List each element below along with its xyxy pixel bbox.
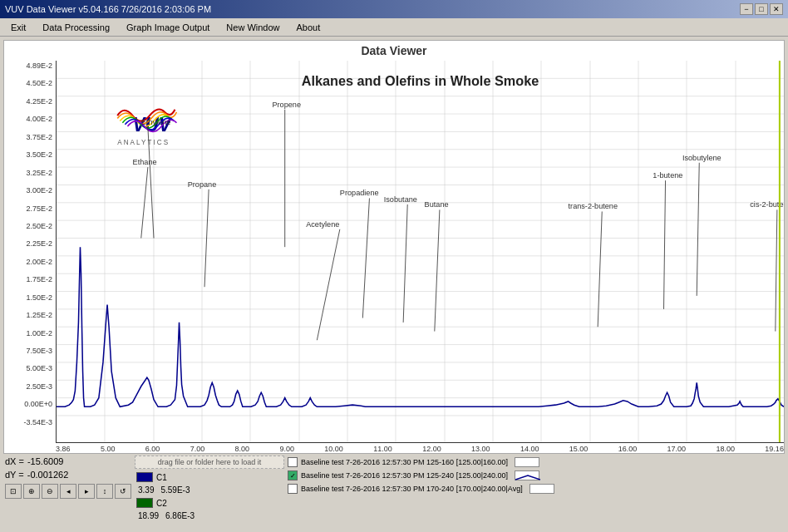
svg-line-55: [664, 180, 666, 309]
c1-label: C1: [156, 473, 167, 482]
title-text: VUV Data Viewer v5.04.166 7/26/2016 2:03…: [5, 4, 211, 14]
svg-text:Butane: Butane: [425, 200, 449, 209]
y-axis: 4.89E-24.50E-24.25E-24.00E-23.75E-23.50E…: [4, 61, 56, 443]
svg-line-47: [317, 229, 339, 340]
c2-color: [136, 498, 153, 508]
x-axis-label: 5.00: [101, 445, 116, 453]
menu-bar: Exit Data Processing Graph Image Output …: [0, 18, 788, 37]
svg-text:Alkanes and Olefins in Whole S: Alkanes and Olefins in Whole Smoke: [302, 73, 539, 89]
channel-c1-row: C1: [135, 470, 284, 484]
x-axis-label: 13.00: [471, 445, 490, 453]
baseline-item-3: Baseline test 7-26-2016 12:57:30 PM 170-…: [288, 482, 783, 495]
zoom-out-button[interactable]: ⊖: [42, 484, 58, 499]
y-axis-label: 0.00E+0: [24, 401, 52, 408]
y-axis-label: 1.00E-2: [26, 330, 52, 337]
y-axis-label: 5.00E-3: [26, 365, 52, 372]
x-axis-label: 6.00: [145, 445, 160, 453]
c2-val1: 18.99: [138, 511, 159, 520]
channel-area: drag file or folder here to load it C1 3…: [135, 456, 284, 527]
zoom-fit-button[interactable]: ⊡: [5, 484, 22, 499]
y-axis-label: 1.50E-2: [26, 294, 52, 302]
x-axis-label: 12.00: [422, 445, 441, 453]
main-area: Data Viewer 4.89E-24.50E-24.25E-24.00E-2…: [0, 37, 788, 532]
y-axis-label: 7.50E-3: [26, 347, 52, 355]
y-axis-label: 3.75E-2: [26, 134, 52, 141]
title-bar-buttons: − □ ✕: [740, 3, 783, 15]
menu-graph-image-output[interactable]: Graph Image Output: [119, 20, 217, 35]
autoscale-button[interactable]: ↕: [96, 484, 113, 499]
svg-text:Acetylene: Acetylene: [306, 219, 339, 228]
svg-line-53: [598, 211, 602, 327]
pan-left-button[interactable]: ◂: [60, 484, 76, 499]
dx-label: dX =: [5, 456, 24, 466]
y-axis-label: 1.25E-2: [26, 312, 52, 319]
y-axis-label: 3.00E-2: [26, 187, 52, 195]
baseline-check-1[interactable]: [288, 457, 298, 467]
c1-val1: 3.39: [138, 485, 154, 495]
maximize-button[interactable]: □: [755, 3, 768, 15]
y-axis-label: 4.25E-2: [26, 98, 52, 106]
svg-text:Isobutane: Isobutane: [384, 195, 417, 204]
c2-val2: 6.86E-3: [165, 511, 195, 520]
y-axis-label: 1.75E-2: [26, 276, 52, 283]
bottom-panel: dX = -15.6009 dY = -0.001262 ⊡ ⊕ ⊖ ◂ ▸ ↕…: [3, 454, 785, 529]
x-axis-label: 18.00: [716, 445, 735, 453]
plot-area[interactable]: Alkanes and Olefins in Whole Smoke VUV A…: [56, 61, 784, 443]
svg-text:Propene: Propene: [272, 100, 301, 108]
svg-line-45: [362, 198, 369, 318]
baseline-text-3: Baseline test 7-26-2016 12:57:30 PM 170-…: [301, 485, 523, 493]
svg-line-59: [776, 209, 777, 331]
menu-about[interactable]: About: [289, 20, 328, 35]
baseline-text-1: Baseline test 7-26-2016 12:57:30 PM 125-…: [301, 458, 508, 466]
dy-row: dY = -0.001262: [5, 469, 131, 480]
channel-c2-row: C2: [135, 496, 284, 510]
baseline-item-1: Baseline test 7-26-2016 12:57:30 PM 125-…: [288, 456, 783, 469]
chart-svg: Alkanes and Olefins in Whole Smoke VUV A…: [57, 61, 784, 442]
menu-new-window[interactable]: New Window: [219, 20, 287, 35]
x-axis-label: 9.00: [279, 445, 294, 453]
y-axis-label: 4.89E-2: [26, 62, 52, 70]
c1-val2: 5.59E-3: [160, 485, 190, 495]
c1-color: [136, 472, 153, 482]
y-axis-label: 3.50E-2: [26, 151, 52, 159]
svg-text:Propadiene: Propadiene: [340, 189, 379, 197]
y-axis-label: 3.25E-2: [26, 170, 52, 177]
menu-data-processing[interactable]: Data Processing: [35, 20, 117, 35]
y-axis-label: 2.50E-2: [26, 223, 52, 230]
y-axis-label: 2.00E-2: [26, 259, 52, 266]
svg-text:ANALYTICS: ANALYTICS: [117, 138, 170, 146]
svg-text:Isobutylene: Isobutylene: [682, 153, 722, 161]
x-axis-label: 3.86: [56, 445, 71, 453]
svg-line-51: [435, 209, 440, 331]
close-button[interactable]: ✕: [770, 3, 783, 15]
x-axis-label: 8.00: [235, 445, 250, 453]
c2-label: C2: [156, 499, 167, 508]
x-axis-label: 15.00: [569, 445, 589, 453]
dx-value: -15.6009: [27, 456, 63, 466]
y-axis-label: 4.00E-2: [26, 116, 52, 123]
dy-label: dY =: [5, 470, 24, 480]
x-axis-label: 19.16: [765, 445, 784, 453]
dy-value: -0.001262: [27, 470, 69, 480]
baseline-check-3[interactable]: [288, 484, 298, 494]
x-axis-label: 17.00: [667, 445, 687, 453]
pan-right-button[interactable]: ▸: [78, 484, 95, 499]
title-bar: VUV Data Viewer v5.04.166 7/26/2016 2:03…: [0, 0, 788, 18]
x-axis-label: 10.00: [324, 445, 343, 453]
menu-exit[interactable]: Exit: [3, 20, 33, 35]
svg-line-57: [697, 163, 699, 296]
svg-text:1-butene: 1-butene: [653, 171, 682, 180]
svg-text:Ethylene: Ethylene: [141, 118, 171, 126]
zoom-in-button[interactable]: ⊕: [23, 484, 40, 499]
c1-values: 3.39 5.59E-3: [135, 485, 284, 495]
y-axis-label: 4.50E-2: [26, 80, 52, 87]
graph-title: Data Viewer: [4, 41, 784, 61]
bottom-left: dX = -15.6009 dY = -0.001262 ⊡ ⊕ ⊖ ◂ ▸ ↕…: [5, 456, 131, 527]
svg-text:trans-2-butene: trans-2-butene: [569, 202, 618, 210]
reset-button[interactable]: ↺: [115, 484, 131, 499]
x-axis-label: 7.00: [190, 445, 205, 453]
y-axis-label: 2.25E-2: [26, 240, 52, 248]
baseline-check-2[interactable]: ✓: [288, 470, 298, 480]
drag-text[interactable]: drag file or folder here to load it: [135, 456, 284, 469]
minimize-button[interactable]: −: [740, 3, 753, 15]
